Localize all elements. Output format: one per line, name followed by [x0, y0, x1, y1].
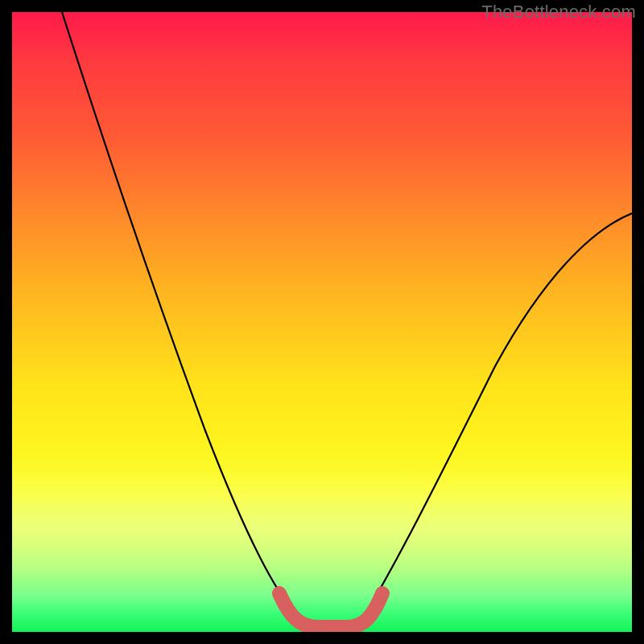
chart-frame: TheBottleneck.com [0, 0, 644, 644]
watermark-text: TheBottleneck.com [481, 2, 636, 23]
curve-layer [12, 12, 632, 632]
right-curve [358, 213, 632, 625]
plot-area [12, 12, 632, 632]
bottom-band [279, 593, 382, 627]
left-curve [62, 12, 306, 625]
